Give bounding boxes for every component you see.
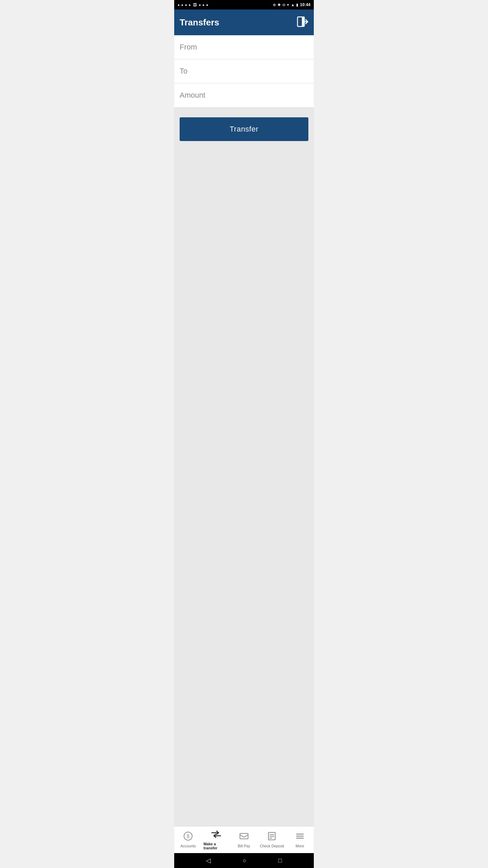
to-field[interactable]: To xyxy=(174,59,314,83)
plus-circle-icon: ⊕ xyxy=(273,3,276,7)
check-deposit-label: Check Deposit xyxy=(260,844,284,848)
check-deposit-icon xyxy=(267,831,277,842)
status-time: 10:44 xyxy=(300,2,310,7)
nav-item-more[interactable]: More xyxy=(286,826,314,853)
nav-item-check-deposit[interactable]: Check Deposit xyxy=(258,826,286,853)
bill-pay-label: Bill Pay xyxy=(238,844,250,848)
bluetooth-icon: ✱ xyxy=(278,3,281,7)
more-label: More xyxy=(296,844,304,848)
nav-item-make-a-transfer[interactable]: Make a transfer xyxy=(202,826,230,853)
status-bar: ● ● ● ● 🖼 ● ● ● ⊕ ✱ ⊖ ▾ ▲ ▮ 10:44 xyxy=(174,0,314,9)
android-nav: ◁ ○ □ xyxy=(174,853,314,868)
hamburger-icon xyxy=(295,831,305,842)
svg-rect-3 xyxy=(298,17,302,26)
image-icon: 🖼 xyxy=(193,3,197,7)
svg-rect-9 xyxy=(240,833,248,839)
status-bar-right: ⊕ ✱ ⊖ ▾ ▲ ▮ 10:44 xyxy=(273,2,310,7)
signal-icon: ● ● ● ● xyxy=(178,3,191,7)
log-out-icon xyxy=(296,16,308,28)
gray-area: Transfer xyxy=(174,107,314,826)
back-button[interactable]: ◁ xyxy=(206,857,211,864)
from-label: From xyxy=(180,43,197,51)
amount-label: Amount xyxy=(180,91,205,99)
status-bar-left: ● ● ● ● 🖼 ● ● ● xyxy=(178,3,208,7)
amount-field[interactable]: Amount xyxy=(174,83,314,107)
battery-icon: ▮ xyxy=(296,3,298,7)
svg-text:$: $ xyxy=(187,833,189,839)
accounts-label: Accounts xyxy=(181,844,196,848)
transfer-arrows-icon xyxy=(211,829,221,840)
bill-pay-icon xyxy=(239,831,249,842)
signal-bars-icon: ▲ xyxy=(291,3,294,7)
wifi-icon: ▾ xyxy=(287,3,289,7)
signal-icon-2: ● ● ● xyxy=(199,3,209,7)
minus-circle-icon: ⊖ xyxy=(282,3,285,7)
form-area: From To Amount xyxy=(174,35,314,107)
make-a-transfer-label: Make a transfer xyxy=(203,842,228,850)
bottom-nav: $ Accounts Make a transfer xyxy=(174,826,314,853)
transfer-button[interactable]: Transfer xyxy=(180,117,308,141)
accounts-icon: $ xyxy=(183,831,193,842)
from-field[interactable]: From xyxy=(174,35,314,59)
header: Transfers xyxy=(174,9,314,35)
nav-item-bill-pay[interactable]: Bill Pay xyxy=(230,826,258,853)
page-title: Transfers xyxy=(180,17,219,28)
nav-item-accounts[interactable]: $ Accounts xyxy=(174,826,202,853)
logout-button[interactable] xyxy=(296,16,308,29)
to-label: To xyxy=(180,67,187,75)
recent-apps-button[interactable]: □ xyxy=(278,857,282,864)
home-button[interactable]: ○ xyxy=(243,857,246,864)
